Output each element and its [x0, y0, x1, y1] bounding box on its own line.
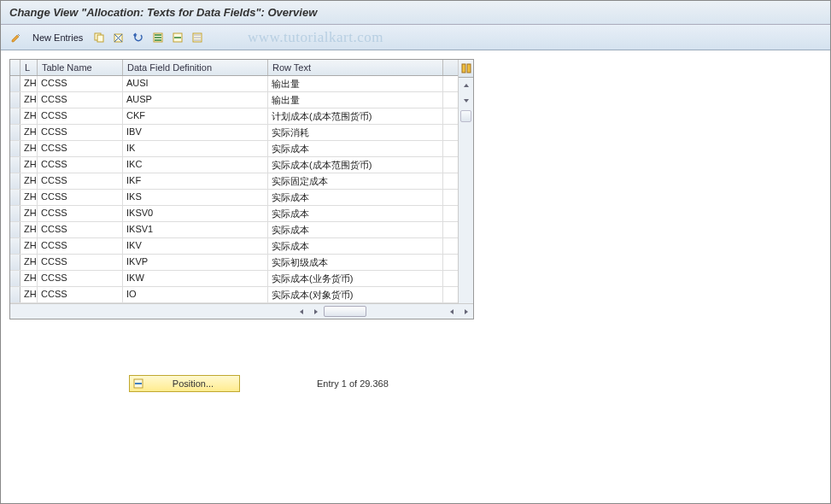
copy-icon[interactable]	[91, 29, 108, 46]
deselect-all-icon[interactable]	[189, 29, 206, 46]
cell-data-field-definition[interactable]: IO	[123, 287, 268, 302]
cell-row-text[interactable]: 实际成本	[268, 238, 443, 254]
position-button[interactable]: Position...	[129, 375, 240, 392]
undo-icon[interactable]	[130, 29, 147, 46]
table-row[interactable]: ZHCCSSIO实际成本(对象货币)	[10, 287, 458, 303]
cell-data-field-definition[interactable]: AUSP	[123, 92, 268, 108]
cell-row-text[interactable]: 实际成本	[268, 141, 443, 156]
table-row[interactable]: ZHCCSSIK实际成本	[10, 141, 458, 157]
row-selector-header[interactable]	[10, 60, 20, 75]
row-selector[interactable]	[10, 222, 20, 237]
toggle-display-change-icon[interactable]	[8, 29, 25, 46]
cell-row-text[interactable]: 实际成本(对象货币)	[268, 287, 443, 302]
scroll-thumb[interactable]	[459, 108, 473, 124]
cell-data-field-definition[interactable]: AUSI	[123, 76, 268, 91]
table-row[interactable]: ZHCCSSIKC实际成本(成本范围货币)	[10, 157, 458, 173]
cell-language[interactable]: ZH	[20, 255, 38, 270]
cell-row-text[interactable]: 实际固定成本	[268, 173, 443, 189]
cell-language[interactable]: ZH	[20, 92, 38, 108]
cell-row-text[interactable]: 实际成本(业务货币)	[268, 271, 443, 286]
cell-table-name[interactable]: CCSS	[38, 206, 123, 221]
cell-language[interactable]: ZH	[20, 108, 38, 124]
new-entries-button[interactable]: New Entries	[27, 31, 88, 44]
cell-table-name[interactable]: CCSS	[38, 141, 123, 156]
scroll-left-icon[interactable]	[294, 304, 308, 319]
cell-row-text[interactable]: 实际初级成本	[268, 255, 443, 270]
table-row[interactable]: ZHCCSSIKVP实际初级成本	[10, 255, 458, 271]
table-row[interactable]: ZHCCSSIKW实际成本(业务货币)	[10, 271, 458, 287]
cell-table-name[interactable]: CCSS	[38, 173, 123, 189]
table-row[interactable]: ZHCCSSIKV实际成本	[10, 238, 458, 255]
cell-data-field-definition[interactable]: IKSV1	[123, 222, 268, 237]
table-row[interactable]: ZHCCSSAUSP输出量	[10, 92, 458, 108]
cell-row-text[interactable]: 实际成本	[268, 190, 443, 205]
table-row[interactable]: ZHCCSSIKSV0实际成本	[10, 206, 458, 222]
cell-row-text[interactable]: 实际成本	[268, 222, 443, 237]
cell-table-name[interactable]: CCSS	[38, 125, 123, 140]
cell-table-name[interactable]: CCSS	[38, 238, 123, 254]
cell-data-field-definition[interactable]: CKF	[123, 108, 268, 124]
row-selector[interactable]	[10, 76, 20, 91]
cell-table-name[interactable]: CCSS	[38, 108, 123, 124]
cell-table-name[interactable]: CCSS	[38, 287, 123, 302]
cell-language[interactable]: ZH	[20, 238, 38, 254]
cell-table-name[interactable]: CCSS	[38, 255, 123, 270]
cell-language[interactable]: ZH	[20, 141, 38, 156]
cell-language[interactable]: ZH	[20, 157, 38, 173]
row-selector[interactable]	[10, 173, 20, 189]
cell-language[interactable]: ZH	[20, 125, 38, 140]
table-row[interactable]: ZHCCSSAUSI输出量	[10, 76, 458, 92]
cell-language[interactable]: ZH	[20, 76, 38, 91]
cell-row-text[interactable]: 实际消耗	[268, 125, 443, 140]
cell-language[interactable]: ZH	[20, 206, 38, 221]
cell-data-field-definition[interactable]: IBV	[123, 125, 268, 140]
vertical-scrollbar[interactable]	[458, 60, 473, 303]
delete-icon[interactable]	[110, 29, 127, 46]
row-selector[interactable]	[10, 238, 20, 254]
row-selector[interactable]	[10, 206, 20, 221]
horizontal-scrollbar[interactable]	[10, 303, 473, 319]
cell-language[interactable]: ZH	[20, 287, 38, 302]
cell-data-field-definition[interactable]: IKW	[123, 271, 268, 286]
cell-data-field-definition[interactable]: IKF	[123, 173, 268, 189]
h-scroll-thumb[interactable]	[324, 306, 366, 317]
col-header-table-name[interactable]: Table Name	[38, 60, 123, 75]
cell-table-name[interactable]: CCSS	[38, 190, 123, 205]
table-row[interactable]: ZHCCSSIKS实际成本	[10, 190, 458, 206]
row-selector[interactable]	[10, 287, 20, 302]
scroll-down-icon[interactable]	[459, 93, 473, 108]
select-block-icon[interactable]	[169, 29, 186, 46]
cell-table-name[interactable]: CCSS	[38, 92, 123, 108]
cell-row-text[interactable]: 计划成本(成本范围货币)	[268, 108, 443, 124]
table-row[interactable]: ZHCCSSIKF实际固定成本	[10, 173, 458, 190]
scroll-right-icon[interactable]	[308, 304, 323, 319]
cell-row-text[interactable]: 实际成本(成本范围货币)	[268, 157, 443, 173]
cell-table-name[interactable]: CCSS	[38, 271, 123, 286]
cell-data-field-definition[interactable]: IKSV0	[123, 206, 268, 221]
scroll-left-end-icon[interactable]	[444, 304, 459, 319]
row-selector[interactable]	[10, 108, 20, 124]
row-selector[interactable]	[10, 190, 20, 205]
row-selector[interactable]	[10, 141, 20, 156]
cell-language[interactable]: ZH	[20, 271, 38, 286]
cell-row-text[interactable]: 输出量	[268, 76, 443, 91]
cell-data-field-definition[interactable]: IKVP	[123, 255, 268, 270]
cell-row-text[interactable]: 输出量	[268, 92, 443, 108]
row-selector[interactable]	[10, 125, 20, 140]
col-header-data-field-definition[interactable]: Data Field Definition	[123, 60, 268, 75]
scroll-right-end-icon[interactable]	[459, 304, 473, 319]
row-selector[interactable]	[10, 255, 20, 270]
configure-columns-icon[interactable]	[459, 60, 473, 78]
scroll-up-icon[interactable]	[459, 78, 473, 93]
cell-data-field-definition[interactable]: IK	[123, 141, 268, 156]
select-all-icon[interactable]	[149, 29, 167, 46]
row-selector[interactable]	[10, 157, 20, 173]
cell-row-text[interactable]: 实际成本	[268, 206, 443, 221]
cell-data-field-definition[interactable]: IKC	[123, 157, 268, 173]
col-header-language[interactable]: L	[20, 60, 38, 75]
cell-data-field-definition[interactable]: IKS	[123, 190, 268, 205]
col-header-row-text[interactable]: Row Text	[268, 60, 443, 75]
cell-table-name[interactable]: CCSS	[38, 157, 123, 173]
cell-table-name[interactable]: CCSS	[38, 222, 123, 237]
row-selector[interactable]	[10, 271, 20, 286]
